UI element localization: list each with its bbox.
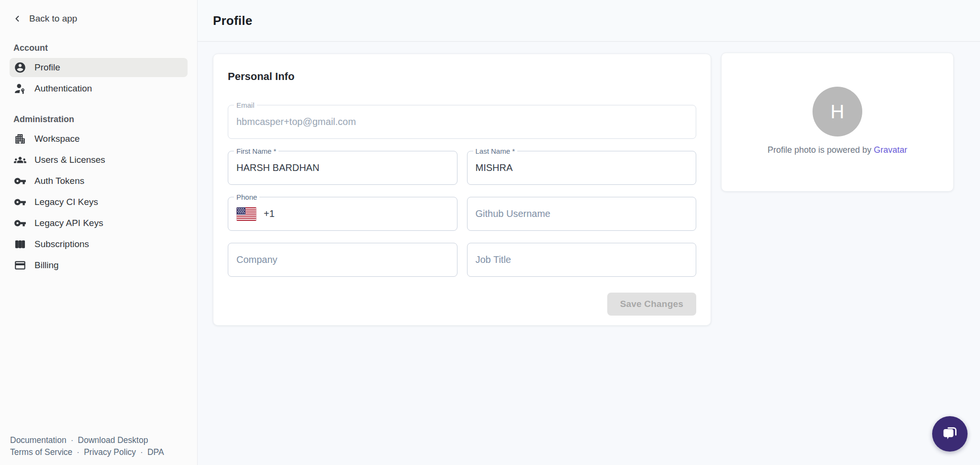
credit-card-icon	[14, 259, 26, 272]
job-title-field	[467, 243, 697, 277]
sidebar-item-workspace[interactable]: Workspace	[10, 129, 188, 148]
first-name-input[interactable]	[228, 151, 457, 184]
personal-info-card: Personal Info Email First Name * Last Na…	[213, 54, 711, 326]
footer-separator: ·	[140, 447, 143, 457]
sidebar-item-label: Billing	[34, 260, 59, 271]
personal-info-form: Email First Name * Last Name * Phone	[228, 105, 696, 277]
first-name-field: First Name *	[228, 151, 457, 185]
avatar: H	[813, 87, 862, 136]
sidebar-item-label: Profile	[34, 62, 60, 73]
sidebar-item-label: Subscriptions	[34, 239, 89, 250]
person-key-icon	[14, 82, 26, 95]
sidebar-item-billing[interactable]: Billing	[10, 256, 188, 275]
dpa-link[interactable]: DPA	[147, 447, 164, 457]
sidebar-item-authentication[interactable]: Authentication	[10, 79, 188, 98]
last-name-field: Last Name *	[467, 151, 697, 185]
sidebar-item-label: Legacy CI Keys	[34, 197, 98, 207]
page-header: Profile	[198, 0, 980, 42]
company-field	[228, 243, 457, 277]
account-circle-icon	[14, 61, 26, 74]
key-icon	[14, 217, 26, 229]
footer-line-2: Terms of Service·Privacy Policy·DPA	[10, 446, 164, 458]
email-input[interactable]	[228, 105, 696, 138]
phone-field[interactable]: Phone	[228, 197, 457, 231]
us-flag-icon[interactable]	[236, 207, 256, 221]
page-title: Profile	[213, 13, 252, 28]
sidebar-item-label: Workspace	[34, 134, 80, 144]
company-input[interactable]	[228, 243, 457, 276]
group-icon	[14, 154, 26, 166]
sidebar-item-legacy-ci-keys[interactable]: Legacy CI Keys	[10, 193, 188, 212]
email-label: Email	[234, 101, 257, 110]
phone-dial-code[interactable]: +1	[264, 208, 275, 219]
gravatar-caption-text: Profile photo is powered by	[768, 145, 874, 155]
profile-settings-page: Back to app Account Profile Authenticati…	[0, 0, 980, 465]
key-icon	[14, 175, 26, 187]
github-username-field	[467, 197, 697, 231]
gravatar-card: H Profile photo is powered by Gravatar	[721, 53, 954, 192]
sidebar-item-auth-tokens[interactable]: Auth Tokens	[10, 171, 188, 191]
sidebar: Back to app Account Profile Authenticati…	[0, 0, 198, 465]
sidebar-item-label: Users & Licenses	[34, 155, 105, 165]
section-header-administration: Administration	[13, 114, 188, 125]
phone-label: Phone	[234, 193, 259, 202]
save-changes-button[interactable]: Save Changes	[607, 293, 696, 316]
first-name-label: First Name *	[234, 147, 278, 156]
footer-separator: ·	[71, 435, 74, 445]
gravatar-link[interactable]: Gravatar	[874, 145, 907, 155]
sidebar-footer: Documentation·Download Desktop Terms of …	[10, 434, 164, 458]
footer-separator: ·	[77, 447, 79, 457]
privacy-policy-link[interactable]: Privacy Policy	[84, 447, 136, 457]
sidebar-item-subscriptions[interactable]: Subscriptions	[10, 235, 188, 254]
phone-inner: +1	[228, 207, 457, 221]
last-name-label: Last Name *	[473, 147, 518, 156]
sidebar-item-profile[interactable]: Profile	[10, 58, 188, 77]
download-desktop-link[interactable]: Download Desktop	[78, 435, 148, 445]
section-header-account: Account	[13, 43, 188, 53]
github-username-input[interactable]	[468, 197, 696, 230]
chevron-left-icon	[12, 14, 22, 23]
back-to-app-button[interactable]: Back to app	[10, 9, 188, 29]
email-field: Email	[228, 105, 696, 139]
chat-widget-button[interactable]	[932, 416, 968, 452]
documentation-link[interactable]: Documentation	[10, 435, 67, 445]
columns-icon	[14, 238, 26, 250]
sidebar-item-label: Authentication	[34, 83, 92, 94]
last-name-input[interactable]	[468, 151, 696, 184]
building-icon	[14, 133, 26, 145]
main-area: Profile Personal Info Email First Name *…	[198, 0, 980, 465]
sidebar-item-label: Legacy API Keys	[34, 218, 103, 228]
back-to-app-label: Back to app	[29, 13, 77, 24]
sidebar-item-legacy-api-keys[interactable]: Legacy API Keys	[10, 214, 188, 233]
key-icon	[14, 196, 26, 208]
save-row: Save Changes	[228, 293, 696, 316]
personal-info-title: Personal Info	[228, 70, 696, 83]
gravatar-caption: Profile photo is powered by Gravatar	[768, 145, 907, 155]
chat-bubble-icon	[940, 424, 959, 443]
footer-line-1: Documentation·Download Desktop	[10, 434, 164, 446]
terms-of-service-link[interactable]: Terms of Service	[10, 447, 72, 457]
sidebar-item-users-licenses[interactable]: Users & Licenses	[10, 150, 188, 170]
sidebar-item-label: Auth Tokens	[34, 176, 84, 186]
job-title-input[interactable]	[468, 243, 696, 276]
